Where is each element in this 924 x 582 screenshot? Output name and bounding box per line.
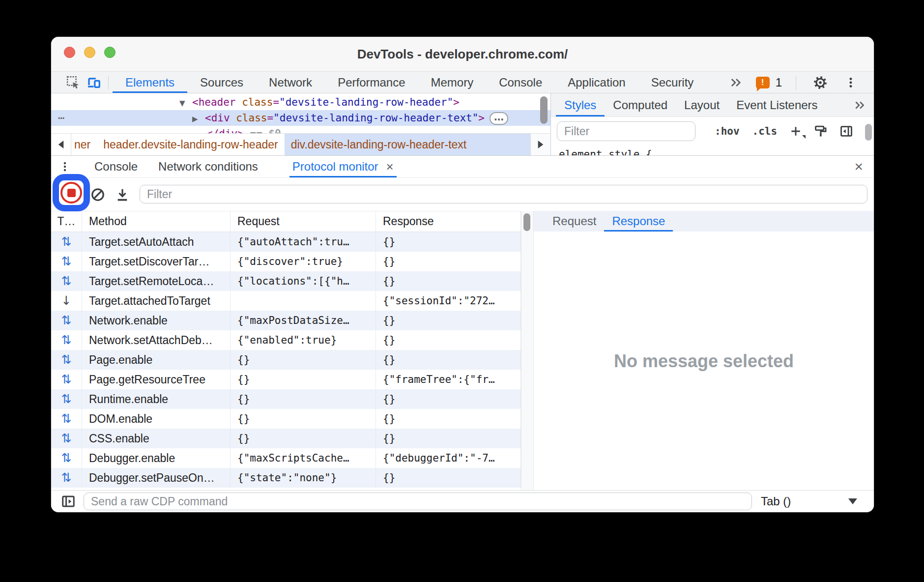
request-cell: {"autoAttach":tru… <box>231 232 376 252</box>
clear-all-button[interactable] <box>89 186 106 203</box>
response-cell: {} <box>376 409 521 429</box>
tab-console[interactable]: Console <box>486 72 555 93</box>
record-button[interactable] <box>60 182 82 204</box>
detail-tab-request[interactable]: Request <box>545 211 604 232</box>
disclosure-expanded-icon[interactable]: ▼ <box>179 95 192 111</box>
breadcrumb-item-clipped[interactable]: ner <box>71 134 97 155</box>
table-scrollbar-thumb[interactable] <box>523 213 530 231</box>
table-row[interactable]: ⇅ Network.setAttachDeb… {"enabled":true}… <box>51 330 521 350</box>
dom-node-header[interactable]: ▼<header class="devsite-landing-row-head… <box>51 94 550 110</box>
tab-security[interactable]: Security <box>638 72 707 93</box>
protocol-filter-input[interactable] <box>140 185 867 204</box>
tab-event-listeners[interactable]: Event Listeners <box>728 93 826 116</box>
column-header-type[interactable]: T… <box>51 211 82 232</box>
breadcrumb-back-button[interactable] <box>51 134 71 155</box>
direction-icon: ⇅ <box>61 274 72 288</box>
table-header: T… Method Request Response <box>51 211 521 232</box>
cdp-command-input[interactable] <box>84 493 752 510</box>
more-panels-button[interactable] <box>725 74 746 91</box>
inspect-element-button[interactable] <box>63 74 84 91</box>
close-tab-icon[interactable]: × <box>386 160 394 173</box>
more-attributes-pill[interactable]: … <box>490 112 508 125</box>
table-row[interactable]: ⇅ Page.getResourceTree {} {"frameTree":{… <box>51 370 521 389</box>
chevron-double-right-icon <box>853 99 866 112</box>
tab-performance[interactable]: Performance <box>325 72 418 93</box>
styles-sidebar: Styles Computed Layout Event Listeners :… <box>550 93 874 155</box>
drawer-tab-protocol-monitor[interactable]: Protocol monitor × <box>289 156 397 177</box>
panel-collapse-icon <box>839 124 853 138</box>
request-cell: {} <box>231 429 376 448</box>
styles-scrollbar-thumb[interactable] <box>865 124 872 141</box>
direction-icon: ⇅ <box>61 451 72 465</box>
dom-scrollbar-thumb[interactable] <box>540 96 548 124</box>
tab-application[interactable]: Application <box>555 72 638 93</box>
table-row[interactable]: ⇅ Debugger.enable {"maxScriptsCache… {"d… <box>51 448 521 468</box>
column-header-response[interactable]: Response <box>376 211 521 232</box>
drawer-tab-console[interactable]: Console <box>91 156 141 177</box>
direction-icon: ⇅ <box>61 431 72 445</box>
method-cell: Target.attachedToTarget <box>82 291 231 311</box>
tab-sources[interactable]: Sources <box>187 72 256 93</box>
table-row[interactable]: ⇅ Page.enable {} {} <box>51 350 521 370</box>
toggle-sidebar-button[interactable] <box>839 124 853 138</box>
column-header-request[interactable]: Request <box>231 211 376 232</box>
more-sidebar-tabs-button[interactable] <box>853 93 866 116</box>
main-menu-button[interactable] <box>840 74 861 91</box>
direction-icon: ⇅ <box>61 411 72 426</box>
tab-elements[interactable]: Elements <box>113 72 187 93</box>
method-cell: Debugger.enable <box>82 448 231 468</box>
tab-network[interactable]: Network <box>256 72 325 93</box>
tab-computed[interactable]: Computed <box>605 93 676 116</box>
table-row[interactable]: ⇅ Target.setRemoteLoca… {"locations":[{"… <box>51 271 521 291</box>
direction-icon: ⇅ <box>61 372 72 386</box>
breadcrumb: ner header.devsite-landing-row-header di… <box>51 133 550 155</box>
drawer-tab-network-conditions[interactable]: Network conditions <box>155 156 261 177</box>
new-style-rule-button[interactable] <box>789 125 802 138</box>
table-row[interactable]: ⇅ Target.setDiscoverTar… {"discover":tru… <box>51 252 521 271</box>
issues-counter[interactable]: ! 1 <box>756 76 782 89</box>
breadcrumb-forward-button[interactable] <box>530 134 550 155</box>
breadcrumb-item-selected[interactable]: div.devsite-landing-row-header-text <box>285 134 530 155</box>
response-cell: {} <box>376 429 521 448</box>
kebab-menu-icon <box>844 76 857 89</box>
styles-tabs: Styles Computed Layout Event Listeners <box>551 93 874 117</box>
table-row[interactable]: ⇅ Network.enable {"maxPostDataSize… {} <box>51 311 521 330</box>
node-options-dots[interactable]: ⋯ <box>58 110 65 126</box>
protocol-monitor-body: T… Method Request Response ⇅ Target.setA… <box>51 211 874 491</box>
table-row[interactable]: ⇅ Target.setAutoAttach {"autoAttach":tru… <box>51 232 521 252</box>
close-icon: × <box>854 158 863 175</box>
column-header-method[interactable]: Method <box>82 211 231 232</box>
dom-node-selected[interactable]: ⋯ ▶<div class="devsite-landing-row-heade… <box>51 110 550 126</box>
request-cell: {"enabled":true} <box>231 330 376 350</box>
dropdown-arrow-icon[interactable] <box>848 498 857 504</box>
drawer-menu-button[interactable] <box>58 156 72 177</box>
response-cell: {} <box>376 350 521 370</box>
detail-tab-response[interactable]: Response <box>604 211 673 232</box>
table-row[interactable]: ⇅ Debugger.setPauseOn… {"state":"none"} … <box>51 468 521 488</box>
detail-empty-state: No message selected <box>534 232 874 491</box>
table-row[interactable]: ⇅ CSS.enable {} {} <box>51 429 521 448</box>
element-class-toggle[interactable]: .cls <box>752 125 778 137</box>
toolbar-divider <box>108 76 109 89</box>
save-button[interactable] <box>114 186 131 203</box>
table-row[interactable]: ⇅ DOM.enable {} {} <box>51 409 521 429</box>
request-cell: {"maxPostDataSize… <box>231 311 376 330</box>
tab-styles[interactable]: Styles <box>556 93 605 116</box>
close-drawer-button[interactable]: × <box>854 156 863 177</box>
tab-memory[interactable]: Memory <box>418 72 487 93</box>
rendering-emulations-button[interactable] <box>814 124 828 138</box>
breadcrumb-item-parent[interactable]: header.devsite-landing-row-header <box>97 134 284 155</box>
toggle-command-editor-button[interactable] <box>60 493 77 510</box>
table-row[interactable]: ↓ Target.attachedToTarget {"sessionId":"… <box>51 291 521 311</box>
target-selector[interactable]: Tab () <box>761 495 791 508</box>
response-cell: {} <box>376 330 521 350</box>
disclosure-collapsed-icon[interactable]: ▶ <box>192 111 205 127</box>
table-row[interactable]: ⇅ Runtime.enable {} {} <box>51 389 521 409</box>
device-toolbar-toggle[interactable] <box>84 74 104 91</box>
pseudo-state-toggle[interactable]: :hov <box>715 125 740 137</box>
settings-button[interactable] <box>810 74 831 91</box>
styles-filter-input[interactable] <box>557 121 695 141</box>
direction-icon: ↓ <box>61 293 72 308</box>
tab-layout[interactable]: Layout <box>676 93 728 116</box>
table-scrollbar[interactable] <box>521 211 534 491</box>
